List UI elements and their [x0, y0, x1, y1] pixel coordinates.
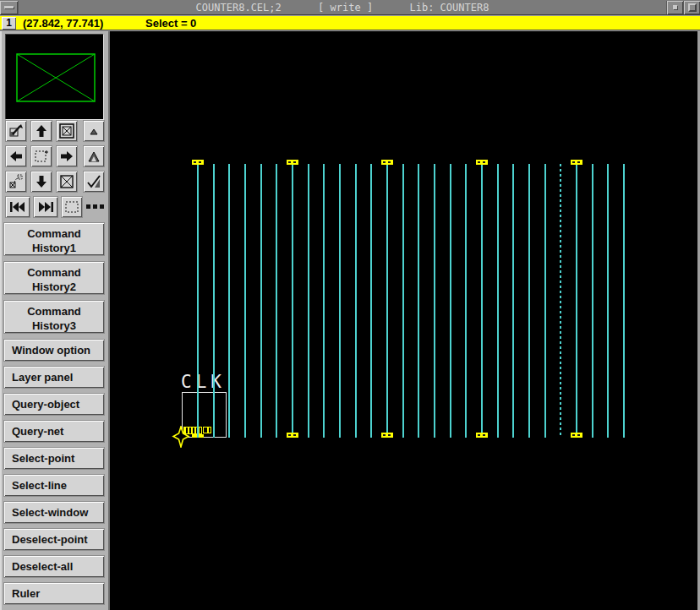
- zoom-out-button[interactable]: [83, 120, 105, 142]
- pan-down-button[interactable]: [30, 171, 52, 193]
- more-options-icon[interactable]: [86, 204, 105, 210]
- pan-right-icon: [60, 150, 74, 163]
- deselect-all-button[interactable]: Deselect-all: [3, 555, 105, 578]
- net-wire[interactable]: [370, 164, 372, 438]
- instance-label[interactable]: CLK: [181, 372, 226, 392]
- net-wire[interactable]: [465, 164, 467, 438]
- first-view-button[interactable]: [5, 196, 30, 218]
- pan-left-button[interactable]: [5, 145, 27, 167]
- net-wire[interactable]: [244, 164, 246, 438]
- net-wire[interactable]: [450, 164, 451, 438]
- navigator-viewport[interactable]: [5, 34, 103, 119]
- pin-marker[interactable]: [192, 160, 204, 165]
- pan-left-icon: [9, 150, 23, 163]
- view-box-icon: [59, 174, 74, 189]
- net-wire[interactable]: [292, 164, 293, 438]
- select-box-button[interactable]: [61, 196, 83, 218]
- net-wire[interactable]: [228, 164, 230, 438]
- view-box-button[interactable]: [56, 171, 78, 193]
- layout-canvas[interactable]: CLK: [110, 31, 697, 610]
- net-wire[interactable]: [592, 164, 593, 438]
- first-view-icon: [9, 201, 26, 213]
- net-wire[interactable]: [544, 164, 546, 438]
- deselect-point-button[interactable]: Deselect-point: [3, 528, 105, 551]
- application-window: COUNTER8.CEL;2 [ write ] Lib: COUNTER8 1…: [0, 0, 700, 610]
- apply-check-icon: [86, 174, 101, 189]
- net-wire[interactable]: [434, 164, 435, 438]
- pin-marker[interactable]: [287, 160, 298, 165]
- pan-up-icon: [35, 124, 48, 138]
- net-wire[interactable]: [607, 164, 609, 438]
- navigator-extent-icon: [5, 34, 103, 119]
- zoom-out-icon: [87, 124, 101, 138]
- net-wire[interactable]: [213, 164, 215, 438]
- query-net-button[interactable]: Query-net: [3, 420, 105, 443]
- pin-marker[interactable]: [287, 433, 298, 438]
- fit-view-icon: [59, 123, 74, 139]
- net-wire[interactable]: [528, 164, 530, 438]
- select-window-button[interactable]: Select-window: [3, 501, 105, 524]
- ruler-button[interactable]: Ruler: [3, 582, 105, 605]
- net-wire[interactable]: [323, 164, 325, 438]
- goto-area-button[interactable]: [5, 171, 27, 193]
- window-menu-button[interactable]: [0, 1, 19, 14]
- button-label: Command: [27, 266, 81, 279]
- pin-marker[interactable]: [476, 433, 488, 438]
- window-title: COUNTER8.CEL;2 [ write ] Lib: COUNTER8: [19, 2, 666, 14]
- select-line-button[interactable]: Select-line: [3, 474, 105, 497]
- maximize-button[interactable]: [683, 1, 700, 14]
- net-wire[interactable]: [402, 164, 404, 438]
- fit-view-button[interactable]: [56, 120, 78, 142]
- last-view-button[interactable]: [33, 196, 58, 218]
- select-box-icon: [64, 200, 79, 214]
- cursor-coordinates: (27.842, 77.741): [23, 17, 103, 30]
- command-history2-button[interactable]: Command History2: [3, 261, 105, 295]
- net-wire[interactable]: [623, 164, 625, 438]
- redraw-button[interactable]: [5, 120, 27, 142]
- select-count: Select = 0: [145, 17, 196, 30]
- minimize-button[interactable]: [666, 1, 683, 14]
- pan-down-icon: [35, 175, 48, 188]
- net-wire-dashed[interactable]: [560, 164, 561, 438]
- window-menu-icon: [4, 6, 14, 8]
- command-history3-button[interactable]: Command History3: [3, 300, 105, 334]
- query-object-button[interactable]: Query-object: [3, 393, 105, 416]
- button-label: Command: [27, 227, 81, 240]
- apply-check-button[interactable]: [83, 171, 105, 193]
- pin-marker[interactable]: [381, 433, 393, 438]
- select-point-button[interactable]: Select-point: [3, 447, 105, 470]
- crosshair-cursor-icon: [172, 426, 190, 448]
- net-wire[interactable]: [260, 164, 262, 438]
- net-wire[interactable]: [418, 164, 419, 438]
- goto-area-icon: [8, 174, 24, 189]
- net-wire[interactable]: [339, 164, 341, 438]
- zoom-window-icon: [34, 149, 49, 164]
- zoom-in-button[interactable]: [83, 145, 105, 167]
- status-bar: 1 (27.842, 77.741) Select = 0: [0, 16, 700, 30]
- pan-up-button[interactable]: [30, 120, 52, 142]
- pin-marker[interactable]: [571, 160, 582, 165]
- net-wire[interactable]: [481, 164, 483, 438]
- net-wire[interactable]: [512, 164, 514, 438]
- net-wire[interactable]: [576, 164, 577, 438]
- net-wire[interactable]: [386, 164, 388, 438]
- command-history1-button[interactable]: Command History1: [3, 222, 105, 256]
- pin-marker[interactable]: [381, 160, 393, 165]
- maximize-icon: [688, 3, 697, 12]
- zoom-window-button[interactable]: [30, 145, 52, 167]
- window-option-button[interactable]: Window option: [3, 339, 105, 362]
- pin-hatch-shape[interactable]: [203, 427, 211, 433]
- button-label: History2: [32, 280, 76, 293]
- pan-right-button[interactable]: [56, 145, 78, 167]
- sidebar: Command History1 Command History2 Comman…: [0, 31, 110, 610]
- redraw-icon: [8, 123, 24, 139]
- net-wire[interactable]: [497, 164, 499, 438]
- net-wire[interactable]: [355, 164, 357, 438]
- net-wire[interactable]: [197, 164, 199, 438]
- pin-marker[interactable]: [476, 160, 488, 165]
- button-label: Command: [27, 305, 81, 318]
- net-wire[interactable]: [276, 164, 277, 438]
- pin-marker[interactable]: [571, 433, 582, 438]
- layer-panel-button[interactable]: Layer panel: [3, 366, 105, 389]
- net-wire[interactable]: [308, 164, 309, 438]
